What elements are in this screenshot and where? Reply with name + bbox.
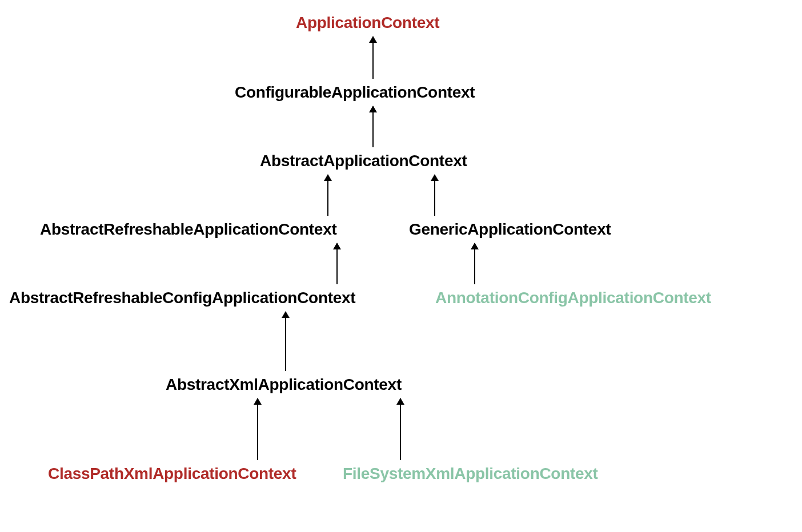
arrow-generic-to-abstract [434, 175, 435, 216]
arrow-refreshableconfig-to-refreshable [336, 243, 338, 284]
node-abstract-application-context: AbstractApplicationContext [260, 152, 467, 170]
node-file-system-xml-application-context: FileSystemXmlApplicationContext [343, 465, 598, 483]
node-annotation-config-application-context: AnnotationConfigApplicationContext [435, 289, 711, 307]
node-abstract-refreshable-application-context: AbstractRefreshableApplicationContext [40, 220, 336, 239]
node-abstract-refreshable-config-application-context: AbstractRefreshableConfigApplicationCont… [9, 289, 355, 307]
arrow-filesystemxml-to-abstractxml [400, 398, 401, 460]
arrow-classpathxml-to-abstractxml [257, 398, 258, 460]
node-application-context: ApplicationContext [296, 14, 439, 32]
node-configurable-application-context: ConfigurableApplicationContext [235, 83, 475, 102]
arrow-abstract-to-configurable [372, 106, 374, 147]
node-abstract-xml-application-context: AbstractXmlApplicationContext [166, 376, 402, 394]
arrow-abstractxml-to-refreshableconfig [285, 312, 286, 371]
arrow-configurable-to-application [372, 37, 374, 79]
node-generic-application-context: GenericApplicationContext [409, 220, 611, 239]
arrow-refreshable-to-abstract [327, 175, 328, 216]
arrow-annotationconfig-to-generic [474, 243, 475, 284]
node-class-path-xml-application-context: ClassPathXmlApplicationContext [48, 465, 296, 483]
